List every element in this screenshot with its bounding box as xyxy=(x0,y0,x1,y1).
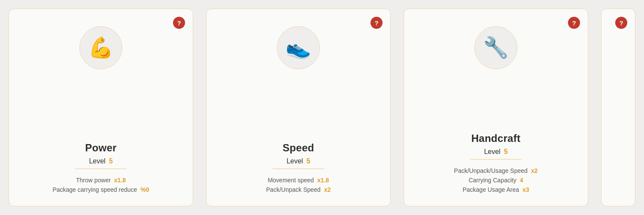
power-level-row: Level 5 xyxy=(75,157,127,169)
handcraft-stat-pack: Pack/Unpack/Usage Speed x2 xyxy=(454,167,538,174)
handcraft-pack-label: Pack/Unpack/Usage Speed xyxy=(454,167,528,174)
handcraft-stat-area: Package Usage Area x3 xyxy=(462,186,529,193)
power-throw-value: x1.8 xyxy=(114,177,126,184)
power-level-label: Level xyxy=(89,157,105,165)
power-icon: 💪 xyxy=(79,26,122,69)
handcraft-area-label: Package Usage Area xyxy=(462,186,519,193)
partial-help-button[interactable]: ? xyxy=(615,17,627,29)
handcraft-carry-label: Carrying Capacity xyxy=(468,177,516,184)
handcraft-card: ? 🔧 Handcraft Level 5 Pack/Unpack/Usage … xyxy=(404,9,588,206)
power-level-value: 5 xyxy=(109,157,113,165)
handcraft-stats: Pack/Unpack/Usage Speed x2 Carrying Capa… xyxy=(413,167,579,193)
power-help-button[interactable]: ? xyxy=(173,17,185,29)
handcraft-level-row: Level 5 xyxy=(470,148,522,160)
speed-card: ? 👟 Speed Level 5 Movement speed x1.8 Pa… xyxy=(206,9,391,206)
speed-level-row: Level 5 xyxy=(273,157,324,169)
handcraft-pack-value: x2 xyxy=(531,167,538,174)
handcraft-stat-carry: Carrying Capacity 4 xyxy=(468,177,523,184)
power-stats: Throw power x1.8 Package carrying speed … xyxy=(18,177,184,193)
power-title: Power xyxy=(85,142,117,154)
power-stat-throw: Throw power x1.8 xyxy=(76,177,126,184)
speed-stat-movement: Movement speed x1.8 xyxy=(268,177,329,184)
partial-card: ? xyxy=(601,9,635,206)
speed-movement-value: x1.8 xyxy=(317,177,329,184)
speed-icon: 👟 xyxy=(277,26,320,69)
handcraft-help-button[interactable]: ? xyxy=(568,17,580,29)
power-carry-label: Package carrying speed reduce xyxy=(52,186,137,193)
handcraft-level-label: Level xyxy=(484,148,500,156)
speed-pack-label: Pack/Unpack Speed xyxy=(266,186,321,193)
handcraft-level-value: 5 xyxy=(504,148,508,156)
speed-title: Speed xyxy=(283,142,314,154)
speed-level-label: Level xyxy=(286,157,303,165)
handcraft-carry-value: 4 xyxy=(520,177,523,184)
speed-pack-value: x2 xyxy=(324,186,331,193)
power-card: ? 💪 Power Level 5 Throw power x1.8 Packa… xyxy=(9,9,193,206)
power-throw-label: Throw power xyxy=(76,177,111,184)
speed-stat-pack: Pack/Unpack Speed x2 xyxy=(266,186,331,193)
handcraft-title: Handcraft xyxy=(471,132,521,144)
speed-level-value: 5 xyxy=(307,157,310,165)
power-carry-value: %0 xyxy=(140,186,149,193)
speed-help-button[interactable]: ? xyxy=(371,17,383,29)
speed-movement-label: Movement speed xyxy=(268,177,314,184)
cards-container: ? 💪 Power Level 5 Throw power x1.8 Packa… xyxy=(0,0,644,215)
handcraft-area-value: x3 xyxy=(522,186,529,193)
speed-stats: Movement speed x1.8 Pack/Unpack Speed x2 xyxy=(215,177,382,193)
handcraft-icon: 🔧 xyxy=(474,26,517,69)
power-stat-carry: Package carrying speed reduce %0 xyxy=(52,186,149,193)
